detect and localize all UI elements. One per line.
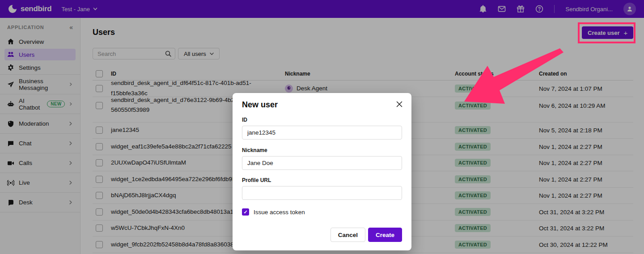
id-field-label: ID xyxy=(242,117,402,123)
sendbird-dashboard: sendbird Test - Jane xyxy=(0,0,644,254)
id-field[interactable] xyxy=(242,126,402,140)
id-field-group: ID xyxy=(242,117,402,140)
new-user-modal: New user ID Nickname Profile URL ✓ Issue… xyxy=(233,93,411,250)
close-icon[interactable] xyxy=(395,100,403,108)
create-button[interactable]: Create xyxy=(368,228,402,242)
nickname-field-group: Nickname xyxy=(242,147,402,170)
profile-url-field-group: Profile URL xyxy=(242,177,402,200)
profile-url-field[interactable] xyxy=(242,186,402,200)
issue-access-token-checkbox-row[interactable]: ✓ Issue access token xyxy=(242,208,305,216)
profile-url-field-label: Profile URL xyxy=(242,177,402,183)
checked-checkbox-icon[interactable]: ✓ xyxy=(242,208,249,216)
nickname-field[interactable] xyxy=(242,156,402,170)
nickname-field-label: Nickname xyxy=(242,147,402,153)
modal-title: New user xyxy=(242,100,278,110)
cancel-button[interactable]: Cancel xyxy=(330,228,365,242)
checkbox-label: Issue access token xyxy=(254,209,305,216)
